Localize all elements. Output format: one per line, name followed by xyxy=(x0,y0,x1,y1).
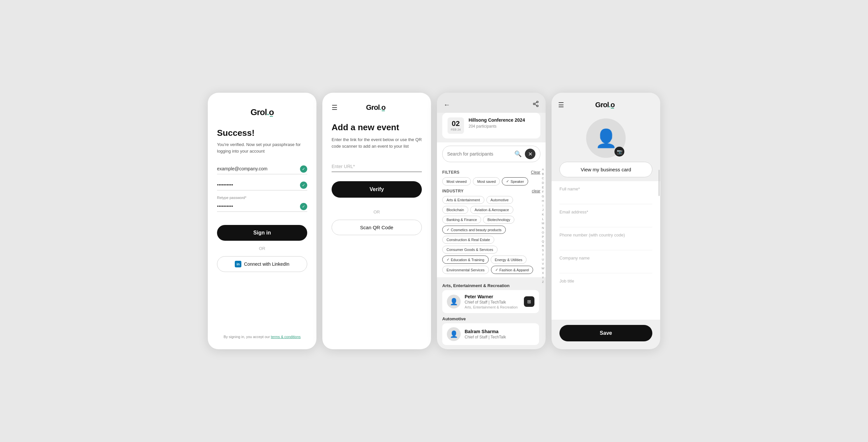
hamburger-icon[interactable]: ☰ xyxy=(332,104,338,111)
close-search-button[interactable]: ✕ xyxy=(525,149,535,159)
chip-environmental[interactable]: Environmental Services xyxy=(442,266,489,274)
linkedin-button[interactable]: in Connect with LinkedIn xyxy=(217,256,307,272)
email-label: Email address* xyxy=(559,209,652,214)
or-divider-2: OR xyxy=(332,209,422,214)
chip-speaker[interactable]: ✓Speaker xyxy=(502,177,528,185)
alpha-V[interactable]: V xyxy=(542,262,545,266)
chip-construction[interactable]: Construction & Real Estate xyxy=(442,236,494,244)
full-name-input[interactable] xyxy=(559,193,652,198)
event-participants-count: 204 participants xyxy=(469,124,525,129)
search-area: 🔍 ✕ xyxy=(437,142,546,166)
alpha-K[interactable]: K xyxy=(542,213,545,217)
alpha-R[interactable]: R xyxy=(542,244,545,248)
alphabet-rail: A B C D E F G H I J K L M N O P Q R S T … xyxy=(540,165,546,349)
camera-badge-button[interactable]: 📷 xyxy=(615,147,624,157)
participant-row-peter[interactable]: 👤 Peter Warner Chief of Staff | TechTalk… xyxy=(442,290,539,313)
phone-input[interactable] xyxy=(559,239,652,244)
section-automotive-heading: Automotive xyxy=(442,316,539,321)
alpha-E[interactable]: E xyxy=(542,186,545,190)
alpha-B[interactable]: B xyxy=(542,172,545,176)
svg-point-0 xyxy=(537,101,538,103)
chip-cosmetics[interactable]: ✓Cosmetics and beauty products xyxy=(442,226,506,234)
linkedin-label: Connect with LinkedIn xyxy=(244,262,289,267)
chip-automotive[interactable]: Automotive xyxy=(486,196,513,204)
company-input[interactable] xyxy=(559,262,652,267)
chip-biotech[interactable]: Biotechnology xyxy=(483,216,514,224)
alpha-U[interactable]: U xyxy=(542,258,545,262)
alpha-M[interactable]: M xyxy=(542,222,545,226)
scan-qr-button[interactable]: Scan QR Code xyxy=(332,220,422,235)
alpha-H[interactable]: H xyxy=(542,199,545,203)
hamburger-icon-4[interactable]: ☰ xyxy=(558,101,564,109)
chip-most-viewed[interactable]: Most viewed xyxy=(442,177,471,185)
share-button[interactable] xyxy=(532,101,539,109)
profile-avatar-section: 👤 📷 xyxy=(552,113,660,162)
success-title: Success! xyxy=(217,128,307,138)
chip-education[interactable]: ✓Education & Training xyxy=(442,256,489,264)
email-input[interactable] xyxy=(217,164,307,174)
retype-input[interactable] xyxy=(217,201,307,212)
share-icon xyxy=(532,101,539,107)
email-input-4[interactable] xyxy=(559,216,652,221)
event-info: Hillsong Conference 2024 204 participant… xyxy=(469,117,525,129)
avatar-icon-peter: 👤 xyxy=(450,298,458,306)
job-title-input[interactable] xyxy=(559,285,652,291)
card-button-peter[interactable]: ⊞ xyxy=(524,296,534,307)
chip-blockchain[interactable]: Blockchain xyxy=(442,206,468,214)
alpha-X[interactable]: X xyxy=(542,271,545,275)
avatar-balram: 👤 xyxy=(447,327,461,341)
password-input[interactable] xyxy=(217,179,307,191)
chip-consumer-goods[interactable]: Consumer Goods & Services xyxy=(442,246,498,253)
alpha-C[interactable]: C xyxy=(542,177,545,180)
signin-button[interactable]: Sign in xyxy=(217,225,307,241)
filters-clear-button[interactable]: Clear xyxy=(531,170,540,175)
terms-text: By signing in, you accept our terms & co… xyxy=(217,328,307,339)
screen-add-event: ☰ Grol.o Add a new event Enter the link … xyxy=(322,93,431,349)
back-button[interactable]: ← xyxy=(443,101,450,108)
view-business-card-button[interactable]: View my business card xyxy=(559,162,652,177)
chip-energy[interactable]: Energy & Utilities xyxy=(491,256,527,264)
chip-check-icon: ✓ xyxy=(506,179,509,183)
alpha-T[interactable]: T xyxy=(542,253,545,257)
chip-aviation[interactable]: Aviation & Aerospace xyxy=(470,206,513,214)
participant-row-balram[interactable]: 👤 Balram Sharma Chief of Staff | TechTal… xyxy=(442,323,539,345)
search-input[interactable] xyxy=(447,151,511,157)
search-button[interactable]: 🔍 xyxy=(514,150,522,158)
chip-banking[interactable]: Banking & Finance xyxy=(442,216,481,224)
alpha-O[interactable]: O xyxy=(542,231,545,235)
alpha-D[interactable]: D xyxy=(542,181,545,185)
alpha-Y[interactable]: Y xyxy=(542,276,545,280)
verify-button[interactable]: Verify xyxy=(332,181,422,198)
filters-panel: FILTERS Clear Most viewed Most saved ✓Sp… xyxy=(437,166,546,277)
chip-arts-entertainment[interactable]: Arts & Entertainment xyxy=(442,196,485,204)
logo-area: Grol.o xyxy=(217,107,307,117)
url-input-row xyxy=(332,161,422,172)
alpha-N[interactable]: N xyxy=(542,226,545,230)
svg-line-4 xyxy=(535,104,537,106)
alpha-G[interactable]: G xyxy=(542,195,545,199)
alpha-Q[interactable]: Q xyxy=(542,240,545,244)
industry-clear-button[interactable]: clear xyxy=(532,189,540,193)
alpha-A[interactable]: A xyxy=(542,168,545,172)
chip-fashion[interactable]: ✓Fashion & Apparel xyxy=(491,266,533,274)
alpha-P[interactable]: P xyxy=(542,235,545,239)
or-divider-1: OR xyxy=(217,246,307,251)
alpha-L[interactable]: L xyxy=(542,217,545,221)
save-button[interactable]: Save xyxy=(559,325,652,341)
alpha-S[interactable]: S xyxy=(542,249,545,252)
phone-label: Phone number (with country code) xyxy=(559,233,652,237)
participant-info-balram: Balram Sharma Chief of Staff | TechTalk xyxy=(465,329,534,339)
email-check-icon: ✓ xyxy=(300,165,307,173)
participant-role-peter: Chief of Staff | TechTalk xyxy=(465,300,520,305)
terms-prefix: By signing in, you accept our xyxy=(224,335,270,339)
svg-line-3 xyxy=(535,102,537,104)
terms-link[interactable]: terms & conditions xyxy=(271,335,301,339)
alpha-I[interactable]: I xyxy=(542,204,545,208)
alpha-J[interactable]: J xyxy=(542,208,545,212)
chip-most-saved[interactable]: Most saved xyxy=(473,177,500,185)
alpha-Z[interactable]: Z xyxy=(542,280,545,284)
participant-name-peter: Peter Warner xyxy=(465,294,520,299)
url-input[interactable] xyxy=(332,161,422,172)
alpha-F[interactable]: F xyxy=(542,190,545,194)
alpha-W[interactable]: W xyxy=(542,267,545,271)
